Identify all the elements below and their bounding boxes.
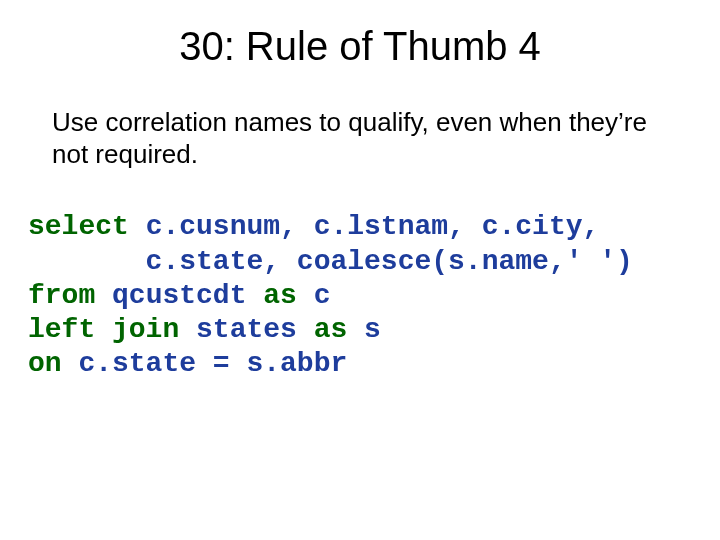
code-line2: c.state, coalesce(s.name,' '): [28, 246, 633, 277]
code-line5-rest: c.state = s.abbr: [62, 348, 348, 379]
code-line3-end: c: [297, 280, 331, 311]
kw-from: from: [28, 280, 95, 311]
kw-left-join: left join: [28, 314, 179, 345]
code-line3-mid: qcustcdt: [95, 280, 263, 311]
code-line1-rest: c.cusnum, c.lstnam, c.city,: [129, 211, 599, 242]
slide: 30: Rule of Thumb 4 Use correlation name…: [0, 0, 720, 540]
kw-select: select: [28, 211, 129, 242]
slide-title: 30: Rule of Thumb 4: [0, 0, 720, 69]
slide-subtitle: Use correlation names to qualify, even w…: [0, 69, 720, 170]
kw-as-1: as: [263, 280, 297, 311]
code-line4-mid: states: [179, 314, 313, 345]
kw-as-2: as: [314, 314, 348, 345]
code-line4-end: s: [347, 314, 381, 345]
kw-on: on: [28, 348, 62, 379]
code-block: select c.cusnum, c.lstnam, c.city, c.sta…: [0, 170, 720, 381]
